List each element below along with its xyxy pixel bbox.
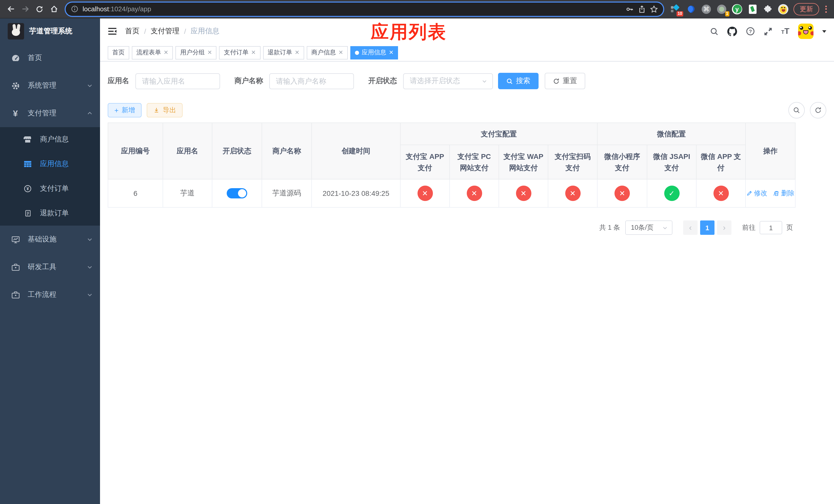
browser-toolbar: localhost:1024/pay/app 10 ⌘ 1 y [0,0,834,19]
github-icon[interactable] [727,26,737,36]
app-name-input[interactable] [135,73,220,89]
cell-app-id: 6 [108,179,163,207]
browser-reload-button[interactable] [33,2,46,16]
toolbox-icon [10,291,21,299]
sidebar: 芋道管理系统 首页 系统管理 ¥ 支付管理 [0,19,100,504]
tab-home[interactable]: 首页 [108,46,129,59]
font-size-icon[interactable]: TT [781,27,789,36]
extension-doc-icon[interactable] [746,2,759,16]
help-icon[interactable]: ? [746,27,755,36]
user-avatar[interactable] [798,24,813,39]
add-button[interactable]: + 新增 [108,103,141,117]
shop-icon [23,135,33,143]
search-icon [793,107,800,114]
alipay-app-status-icon: ✕ [417,186,433,201]
close-icon[interactable]: ✕ [389,49,393,56]
sidebar-item-workflow[interactable]: 工作流程 [0,281,100,308]
goto-page-input[interactable] [760,221,782,234]
merchant-name-label: 商户名称 [235,76,263,86]
fullscreen-icon[interactable] [764,27,772,36]
extension-diamond-icon[interactable]: 10 [670,2,682,16]
close-icon[interactable]: ✕ [295,49,299,56]
breadcrumb-current: 应用信息 [191,27,220,36]
next-page-button[interactable]: › [717,221,731,235]
sidebar-item-infrastructure[interactable]: 基础设施 [0,226,100,253]
browser-back-button[interactable] [4,2,18,16]
cell-merchant: 芋道源码 [262,179,312,207]
tab-refund-orders[interactable]: 退款订单✕ [263,46,304,59]
extension-balloon-icon[interactable] [685,2,697,16]
search-icon[interactable] [710,27,719,36]
sidebar-item-app-info[interactable]: 应用信息 [0,152,100,176]
tab-user-group[interactable]: 用户分组✕ [175,46,216,59]
page-size-select[interactable]: 10条/页 [625,221,673,235]
browser-menu-icon[interactable] [822,5,830,13]
profile-avatar-icon[interactable] [777,2,789,16]
total-count: 共 1 条 [599,223,620,232]
alipay-pc-status-icon: ✕ [466,186,482,201]
sidebar-item-pay-orders[interactable]: ¥ 支付订单 [0,176,100,201]
trash-icon [773,190,780,197]
close-icon[interactable]: ✕ [251,49,256,56]
col-app-name: 应用名 [163,123,212,179]
sidebar-item-home[interactable]: 首页 [0,44,100,72]
browser-forward-button[interactable] [19,2,32,16]
extension-command-icon[interactable]: ⌘ [700,2,712,16]
wechat-jsapi-status-icon: ✓ [664,186,679,201]
sidebar-item-payment[interactable]: ¥ 支付管理 [0,99,100,127]
monitor-icon [10,235,21,244]
sidebar-item-refund-orders[interactable]: 退款订单 [0,201,100,226]
delete-link[interactable]: 删除 [773,189,794,198]
edit-pen-icon [746,190,752,197]
col-alipay-app: 支付宝 APP 支付 [400,145,449,179]
browser-update-button[interactable]: 更新 [793,3,819,15]
page-number[interactable]: 1 [700,221,715,235]
status-select[interactable]: 请选择开启状态 [403,73,493,89]
enabled-switch[interactable] [227,188,247,199]
breadcrumb-payment[interactable]: 支付管理 [151,27,179,36]
password-key-icon[interactable] [626,5,634,13]
close-icon[interactable]: ✕ [207,49,212,56]
forward-arrow-icon [21,5,29,13]
merchant-name-input[interactable] [269,73,354,89]
edit-link[interactable]: 修改 [746,189,767,198]
search-button[interactable]: 搜索 [498,73,539,89]
sidebar-item-merchant-info[interactable]: 商户信息 [0,127,100,152]
download-icon [153,107,159,113]
refresh-table-button[interactable] [810,102,826,118]
tags-bar: 首页 流程表单✕ 用户分组✕ 支付订单✕ 退款订单✕ 商户信息✕ 应用信息✕ [100,44,834,62]
tab-process-form[interactable]: 流程表单✕ [132,46,173,59]
app-logo-row[interactable]: 芋道管理系统 [0,19,100,44]
share-icon[interactable] [638,5,646,13]
show-search-button[interactable] [788,102,805,118]
breadcrumb-home[interactable]: 首页 [125,27,139,36]
bookmark-star-icon[interactable] [650,5,658,13]
extension-puzzle-icon[interactable] [762,2,774,16]
col-wechat-app: 微信 APP 支付 [696,145,746,179]
extension-camera-icon[interactable]: 1 [716,2,728,16]
url-bar[interactable]: localhost:1024/pay/app [66,2,663,16]
tab-merchant-info[interactable]: 商户信息✕ [307,46,348,59]
close-icon[interactable]: ✕ [338,49,343,56]
prev-page-button[interactable]: ‹ [683,221,698,235]
sidebar-item-system[interactable]: 系统管理 [0,72,100,99]
export-button[interactable]: 导出 [147,103,182,117]
group-alipay-config: 支付宝配置 [400,123,597,145]
sidebar-item-dev-tools[interactable]: 研发工具 [0,253,100,281]
user-menu-caret-icon[interactable] [822,30,826,35]
extension-y-icon[interactable]: y [731,2,743,16]
active-dot [355,50,359,54]
cell-created: 2021-10-23 08:49:25 [312,179,400,207]
chevron-down-icon [662,225,668,230]
app-title: 芋道管理系统 [29,27,72,36]
site-info-icon[interactable] [71,5,79,13]
browser-home-button[interactable] [47,2,61,16]
sidebar-fold-icon[interactable] [108,27,117,36]
tab-pay-orders[interactable]: 支付订单✕ [219,46,260,59]
tab-app-info[interactable]: 应用信息✕ [350,46,398,59]
wechat-app-status-icon: ✕ [713,186,729,201]
plus-icon: + [114,107,118,114]
breadcrumb: 首页 / 支付管理 / 应用信息 [125,27,220,36]
close-icon[interactable]: ✕ [163,49,168,56]
reset-button[interactable]: 重置 [545,73,585,89]
